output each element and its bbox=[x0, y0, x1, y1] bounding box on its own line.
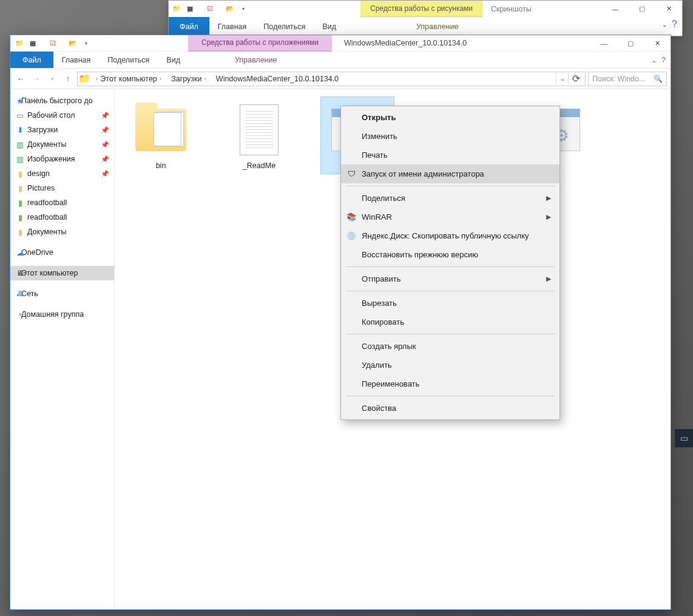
nav-item[interactable]: Документы📌 bbox=[10, 137, 114, 152]
context-menu-label: Переименовать bbox=[362, 379, 419, 388]
winrar-icon: 📚 bbox=[346, 212, 357, 223]
front-ribbon: Файл Главная Поделиться Вид Управление ⌄… bbox=[10, 52, 671, 69]
context-menu-item[interactable]: Копировать bbox=[341, 313, 559, 331]
nav-item-icon bbox=[15, 140, 25, 149]
context-menu-item[interactable]: Свойства bbox=[341, 399, 559, 418]
text-icon bbox=[230, 101, 288, 159]
nav-item[interactable]: readfootball bbox=[10, 195, 114, 210]
context-menu-item[interactable]: Печать bbox=[341, 146, 559, 164]
new-folder-icon[interactable]: 📂 bbox=[225, 4, 235, 15]
file-tab[interactable]: Файл bbox=[10, 52, 53, 68]
new-folder-icon[interactable]: 📂 bbox=[67, 38, 78, 49]
qat-dropdown-icon[interactable]: ▾ bbox=[81, 38, 92, 49]
network-item[interactable]: Сеть bbox=[10, 286, 114, 301]
address-dropdown-icon[interactable]: ⌄ bbox=[556, 73, 568, 84]
context-menu-item[interactable]: Изменить bbox=[341, 127, 559, 146]
context-menu-item[interactable]: Открыть bbox=[341, 108, 559, 127]
help-icon[interactable]: ? bbox=[672, 19, 677, 30]
context-menu-item[interactable]: 💿Яндекс.Диск: Скопировать публичную ссыл… bbox=[341, 226, 559, 245]
nav-item-label: Pictures bbox=[27, 184, 55, 192]
pin-icon: 📌 bbox=[101, 170, 109, 178]
pin-icon: 📌 bbox=[101, 155, 109, 163]
check-icon[interactable]: ☑ bbox=[47, 38, 58, 49]
pin-icon: 📌 bbox=[101, 112, 109, 120]
maximize-button[interactable]: ▢ bbox=[617, 35, 644, 52]
back-button[interactable]: ← bbox=[14, 72, 27, 86]
context-menu-label: Создать ярлык bbox=[362, 342, 416, 351]
context-menu-label: Восстановить прежнюю версию bbox=[362, 250, 478, 259]
close-button[interactable]: ✕ bbox=[655, 1, 682, 17]
homegroup-item[interactable]: Домашняя группа bbox=[10, 307, 114, 322]
file-item-label: _ReadMe bbox=[243, 161, 276, 170]
close-button[interactable]: ✕ bbox=[644, 35, 671, 52]
file-item[interactable]: bin bbox=[124, 97, 197, 174]
nav-item[interactable]: Загрузки📌 bbox=[10, 123, 114, 137]
navigation-pane: Панель быстрого до Рабочий стол📌Загрузки… bbox=[10, 90, 115, 609]
quick-access-header[interactable]: Панель быстрого до bbox=[10, 93, 114, 108]
check-icon[interactable]: ☑ bbox=[205, 4, 215, 15]
nav-item[interactable]: design📌 bbox=[10, 166, 114, 181]
onedrive-icon bbox=[15, 248, 25, 257]
nav-item[interactable]: Рабочий стол📌 bbox=[10, 108, 114, 123]
breadcrumb-box[interactable]: 📁 ›Этот компьютер› Загрузки› WindowsMedi… bbox=[77, 72, 586, 86]
submenu-arrow-icon: ▶ bbox=[546, 275, 551, 283]
app-tools-context-tab[interactable]: Средства работы с приложениями bbox=[188, 35, 332, 52]
context-menu-item[interactable]: 📚WinRAR▶ bbox=[341, 208, 559, 226]
context-menu-item[interactable]: Отправить▶ bbox=[341, 269, 559, 288]
context-menu-item[interactable]: Удалить bbox=[341, 356, 559, 374]
onedrive-item[interactable]: OneDrive bbox=[10, 245, 114, 260]
search-input[interactable]: Поиск: Windo... 🔍 bbox=[588, 72, 667, 86]
properties-icon[interactable]: ▦ bbox=[27, 38, 38, 49]
folder-icon: 📁 bbox=[171, 4, 182, 15]
homegroup-icon bbox=[15, 310, 25, 319]
nav-item[interactable]: Документы bbox=[10, 225, 114, 239]
share-tab[interactable]: Поделиться bbox=[99, 52, 158, 68]
forward-button[interactable]: → bbox=[30, 72, 43, 86]
file-item[interactable]: _ReadMe bbox=[223, 97, 296, 174]
manage-context-tab[interactable]: Управление bbox=[226, 52, 286, 68]
nav-item-label: Документы bbox=[27, 140, 66, 149]
minimize-button[interactable]: — bbox=[590, 35, 617, 52]
breadcrumb-segment[interactable]: Загрузки› bbox=[167, 75, 212, 83]
up-button[interactable]: ↑ bbox=[61, 72, 75, 86]
nav-item-icon bbox=[15, 198, 25, 208]
context-menu-item[interactable]: Поделиться▶ bbox=[341, 189, 559, 208]
context-menu-item[interactable]: Создать ярлык bbox=[341, 337, 559, 356]
back-window-controls: — ▢ ✕ bbox=[602, 1, 682, 17]
home-tab[interactable]: Главная bbox=[53, 52, 100, 68]
collapse-ribbon-icon[interactable]: ⌄ bbox=[662, 21, 667, 28]
nav-item[interactable]: Pictures bbox=[10, 181, 114, 195]
context-menu-label: Копировать bbox=[362, 317, 404, 327]
nav-item[interactable]: readfootball bbox=[10, 210, 114, 225]
view-tab[interactable]: Вид bbox=[314, 17, 345, 36]
context-menu-item[interactable]: Переименовать bbox=[341, 374, 559, 393]
view-tab[interactable]: Вид bbox=[158, 52, 189, 68]
file-item-label: bin bbox=[156, 161, 166, 170]
taskbar-fragment[interactable]: ▭ bbox=[675, 429, 693, 447]
nav-item-label: Документы bbox=[27, 228, 66, 236]
home-tab[interactable]: Главная bbox=[209, 17, 255, 36]
folder-icon: 📁 bbox=[79, 73, 90, 84]
breadcrumb-segment[interactable]: ›Этот компьютер› bbox=[90, 75, 167, 83]
refresh-button[interactable]: ⟳ bbox=[568, 73, 584, 84]
share-tab[interactable]: Поделиться bbox=[255, 17, 314, 36]
nav-item[interactable]: Изображения📌 bbox=[10, 152, 114, 166]
nav-item-label: Загрузки bbox=[27, 126, 58, 134]
context-menu-item[interactable]: Восстановить прежнюю версию bbox=[341, 245, 559, 264]
context-menu-item[interactable]: Вырезать bbox=[341, 294, 559, 313]
file-tab[interactable]: Файл bbox=[169, 17, 209, 36]
context-menu-item[interactable]: 🛡Запуск от имени администратора bbox=[341, 164, 559, 183]
maximize-button[interactable]: ▢ bbox=[629, 1, 655, 17]
collapse-ribbon-icon[interactable]: ⌄ bbox=[652, 57, 657, 64]
qat-dropdown-icon[interactable]: ▾ bbox=[238, 4, 249, 15]
minimize-button[interactable]: — bbox=[602, 1, 629, 17]
recent-locations-dropdown[interactable]: ▾ bbox=[46, 72, 59, 86]
help-icon[interactable]: ? bbox=[661, 56, 666, 64]
network-icon bbox=[15, 289, 25, 299]
nav-item-icon bbox=[15, 227, 25, 237]
manage-context-tab[interactable]: Управление bbox=[408, 17, 467, 36]
properties-icon[interactable]: ▦ bbox=[184, 4, 195, 15]
breadcrumb-segment[interactable]: WindowsMediaCenter_10.0.10134.0 bbox=[212, 75, 342, 83]
this-pc-item[interactable]: Этот компьютер bbox=[10, 266, 114, 280]
picture-tools-context-tab[interactable]: Средства работы с рисунками bbox=[360, 1, 482, 17]
